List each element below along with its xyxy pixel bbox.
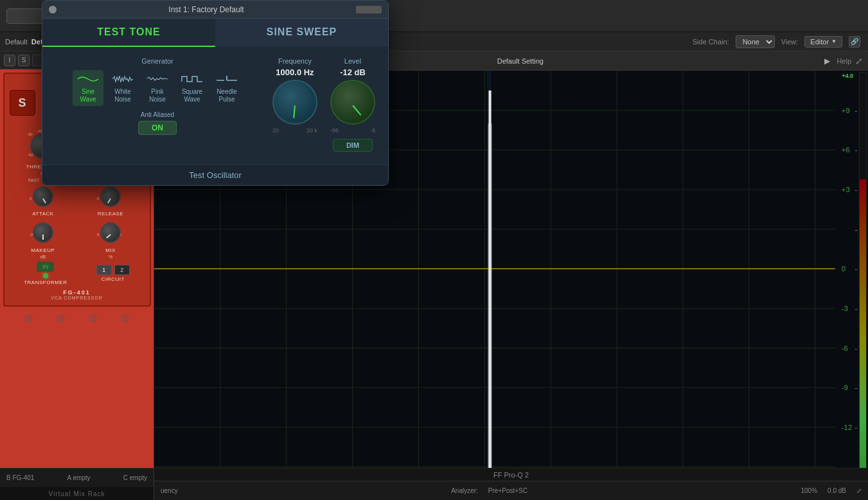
expand-icon[interactable]: ⤢ xyxy=(855,56,863,66)
mix-label: MIX xyxy=(105,247,116,253)
vmr-slot-bar: B FG-401 A empty C empty xyxy=(0,468,154,487)
view-editor-label: Editor xyxy=(810,38,829,46)
needle-pulse-label: NeedlePulse xyxy=(217,88,237,103)
side-chain-select[interactable]: None xyxy=(736,35,775,48)
resize-icon[interactable]: ⤢ xyxy=(856,487,862,494)
level-knob[interactable] xyxy=(330,80,375,125)
meter-fill xyxy=(860,179,866,499)
inst-controls: Side Chain: None View: Editor ▼ 🔗 xyxy=(693,35,860,48)
fg401-logo: S xyxy=(10,90,35,116)
link-icon[interactable]: 🔗 xyxy=(849,36,860,48)
pink-noise-label: PinkNoise xyxy=(149,88,166,103)
solo-button[interactable]: S xyxy=(18,55,30,66)
bottom-status-bar: uency Analyzer: Pre+Post+SC 100% 0.0 dB … xyxy=(154,481,868,500)
in-button[interactable]: IN xyxy=(37,262,54,272)
circuit-buttons: 1 2 xyxy=(96,265,130,275)
fg401-subtitle: VCA COMPRESSOR xyxy=(10,296,145,300)
window-close-button[interactable] xyxy=(49,6,57,13)
release-label: RELEASE xyxy=(98,211,123,217)
svg-text:0: 0 xyxy=(842,265,846,272)
mix-knob[interactable] xyxy=(100,222,121,243)
fg401-model: FG-401 xyxy=(10,289,145,296)
fg401-bottom-controls: IN TRANSFORMER 1 2 CIRCUIT xyxy=(10,262,145,285)
analyzer-mode: Pre+Post+SC xyxy=(488,487,527,494)
makeup-knob[interactable] xyxy=(33,222,53,243)
chevron-down-icon: ▼ xyxy=(831,39,837,44)
makeup-group: -24 24 MAKEUP dB xyxy=(30,219,57,259)
analyzer-label: Analyzer: xyxy=(451,487,478,494)
next-preset-button[interactable]: ▶ xyxy=(822,55,833,67)
mix-group: 0 100 MIX % xyxy=(97,219,124,259)
speaker-icon-4: ⊙ xyxy=(121,312,129,325)
svg-text:-9: -9 xyxy=(842,384,848,391)
preset-group-label: Default xyxy=(5,38,28,46)
freq-label: uency xyxy=(161,487,178,494)
pink-noise-button[interactable]: PinkNoise xyxy=(142,70,173,106)
circuit-label: CIRCUIT xyxy=(102,276,125,282)
freq-range: 20 20 k xyxy=(272,127,317,134)
power-led xyxy=(43,273,48,278)
sine-wave-button[interactable]: SineWave xyxy=(73,70,103,106)
window-titlebar: Inst 1: Factory Default xyxy=(42,1,388,19)
white-noise-label: WhiteNoise xyxy=(114,88,131,103)
fast-label: FAST xyxy=(28,178,40,183)
window-title: Inst 1: Factory Default xyxy=(62,5,351,14)
square-wave-label: SquareWave xyxy=(182,88,202,103)
level-section: Level -12 dB -96 6 DIM xyxy=(330,57,375,152)
fg401-name-section: FG-401 VCA COMPRESSOR xyxy=(10,289,145,300)
square-wave-button[interactable]: SquareWave xyxy=(177,70,208,106)
ff-proq-title-bar: FF Pro-Q 2 xyxy=(154,468,868,481)
attack-knob[interactable] xyxy=(33,186,53,207)
attack-label: ATTACK xyxy=(32,211,53,217)
view-editor-button[interactable]: Editor ▼ xyxy=(804,36,842,48)
needle-pulse-button[interactable]: NeedlePulse xyxy=(211,70,242,106)
power-button[interactable]: I xyxy=(4,55,15,66)
speaker-icons-row: ⊙ ⊙ ⊙ ⊙ xyxy=(0,310,154,327)
generator-title: Generator xyxy=(55,57,260,65)
svg-text:0: 0 xyxy=(97,233,100,237)
svg-text:+6: +6 xyxy=(842,146,850,154)
makeup-mix-row: -24 24 MAKEUP dB 0 100 xyxy=(10,219,145,259)
generator-section: Generator SineWave WhiteNoise xyxy=(55,57,260,152)
white-noise-button[interactable]: WhiteNoise xyxy=(107,70,138,106)
vmr-footer-text: Virtual Mix Rack xyxy=(48,490,105,497)
osc-footer-label: Test Oscillator xyxy=(189,170,242,180)
plus12-label: +4.0 xyxy=(840,72,855,80)
side-chain-label: Side Chain: xyxy=(693,38,729,46)
freq-max: 20 k xyxy=(306,127,317,134)
sine-icon xyxy=(76,73,100,85)
svg-text:0: 0 xyxy=(30,197,32,201)
test-tone-tab[interactable]: TEST TONE xyxy=(42,19,215,47)
svg-text:-3: -3 xyxy=(842,305,848,312)
circuit-2-button[interactable]: 2 xyxy=(114,265,130,275)
dim-button[interactable]: DIM xyxy=(333,139,373,152)
level-range: -96 6 xyxy=(330,127,375,134)
frequency-knob[interactable] xyxy=(272,80,317,125)
osc-footer: Test Oscillator xyxy=(42,165,388,185)
level-knob-indicator xyxy=(352,105,361,116)
sine-sweep-tab[interactable]: SINE SWEEP xyxy=(215,19,388,47)
svg-text:+9: +9 xyxy=(842,107,850,114)
svg-text:0: 0 xyxy=(97,197,100,201)
needle-pulse-icon xyxy=(215,73,238,85)
vmr-footer: Virtual Mix Rack xyxy=(0,487,154,500)
svg-text:-6: -6 xyxy=(842,344,848,352)
level-max: 6 xyxy=(372,127,375,134)
level-min: -96 xyxy=(330,127,339,134)
level-meter: 12 dB xyxy=(858,71,868,500)
window-minimize-button[interactable] xyxy=(356,6,382,13)
release-knob[interactable] xyxy=(100,186,121,207)
freq-min: 20 xyxy=(272,127,279,134)
mix-sublabel: % xyxy=(109,254,112,259)
anti-alias-label: Anti Aliased xyxy=(55,111,260,118)
test-oscillator-window: Inst 1: Factory Default TEST TONE SINE S… xyxy=(42,0,389,186)
offset-value: 0.0 dB xyxy=(828,487,846,494)
speaker-icon-3: ⊙ xyxy=(89,312,97,325)
circuit-1-button[interactable]: 1 xyxy=(96,265,112,275)
anti-alias-button[interactable]: ON xyxy=(138,121,177,135)
frequency-label: Frequency xyxy=(278,57,312,65)
speaker-icon-1: ⊙ xyxy=(24,312,33,325)
slot-b: B FG-401 xyxy=(6,474,34,481)
freq-knob-indicator xyxy=(293,105,296,118)
osc-content: Generator SineWave WhiteNoise xyxy=(42,47,388,165)
